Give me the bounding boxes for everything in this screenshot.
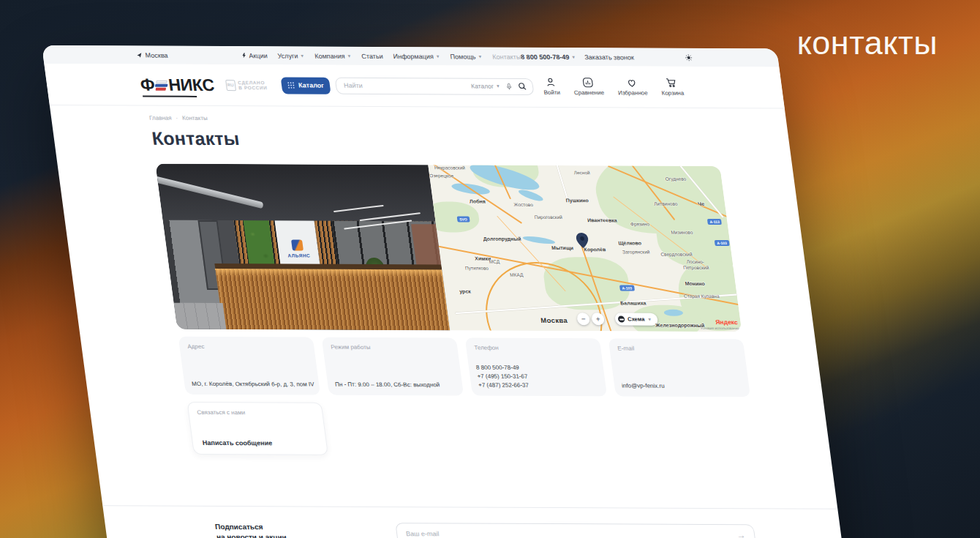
chevron-down-icon: ▼ — [478, 54, 483, 59]
microphone-icon[interactable] — [505, 82, 513, 90]
card-value: 8 800 500-78-49+7 (495) 150-31-67+7 (487… — [475, 364, 605, 391]
map-label: Королёв — [584, 247, 606, 252]
map[interactable]: − + Схема ▼ Яндекс Условия использования… — [428, 165, 742, 332]
map-label: Че — [698, 201, 705, 206]
menu-item-3[interactable]: Компания▼ — [314, 52, 352, 59]
compare-icon — [581, 77, 594, 88]
chevron-down-icon: ▼ — [300, 53, 305, 58]
map-label: Загорянский — [622, 249, 649, 254]
callback-link[interactable]: Заказать звонок — [584, 53, 635, 61]
subscribe-form: → — [395, 523, 756, 538]
menu-item-6[interactable]: Помощь▼ — [450, 53, 483, 60]
cart-icon — [666, 78, 678, 89]
compare-action[interactable]: Сравнение — [572, 77, 605, 96]
chevron-down-icon: ▼ — [496, 84, 501, 89]
map-terms-link[interactable]: Условия использования — [700, 326, 739, 330]
info-cards: АдресМО, г. Королёв, Октябрьский б-р, д.… — [178, 337, 823, 397]
menu-item-4[interactable]: Статьи — [361, 52, 383, 59]
map-label: Литвиново — [654, 201, 678, 206]
map-label: Долгопрудный — [483, 236, 521, 242]
map-label: Щёлково — [618, 240, 642, 245]
chevron-down-icon: ▼ — [647, 317, 652, 321]
search-category-select[interactable]: Каталог▼ — [470, 83, 500, 90]
map-label: Огуднево — [665, 176, 686, 182]
phone-group: 8 800 500-78-49▼ Заказать звонок — [520, 53, 634, 61]
search-input[interactable] — [343, 82, 471, 90]
card-label: Адрес — [187, 343, 306, 351]
media-block: АЛЬЯНС — [155, 164, 742, 332]
subscribe-submit-arrow[interactable]: → — [736, 530, 746, 538]
breadcrumb: Главная · Контакты — [148, 115, 786, 124]
card-value: info@vp-fenix.ru — [621, 381, 748, 391]
city-label: Москва — [145, 51, 168, 59]
catalog-button[interactable]: Каталог — [280, 77, 331, 94]
menu-item-5[interactable]: Информация▼ — [393, 53, 440, 60]
heart-action[interactable]: Избранное — [616, 77, 648, 96]
alliance-logo-text: АЛЬЯНС — [287, 253, 311, 258]
map-label: Ивантеевка — [587, 217, 617, 223]
map-label: Пироговский — [534, 214, 562, 220]
card-label: Телефон — [474, 345, 593, 352]
lightning-icon — [241, 52, 247, 59]
map-label: Свердловский — [660, 252, 693, 257]
menu-item-label: Помощь — [450, 53, 476, 60]
road-badge: А-113 — [707, 219, 722, 225]
menu-item-1[interactable]: Акции — [241, 52, 268, 59]
header-actions: ВойтиСравнениеИзбранноеКорзина — [542, 77, 685, 97]
map-label: Мытищи — [551, 245, 574, 250]
user-action[interactable]: Войти — [542, 77, 561, 96]
info-card: Режим работыПн - Пт: 9.00 – 18.00, Сб-Вс… — [322, 337, 464, 396]
chevron-down-icon: ▼ — [571, 55, 576, 59]
breadcrumb-separator: · — [176, 115, 178, 122]
menu-item-label: Акции — [249, 52, 268, 59]
map-label: Пушкино — [565, 198, 589, 203]
stage: контакты Москва АкцииУслуги▼Компания▼Ста… — [0, 0, 980, 538]
card-value: МО, г. Королёв, Октябрьский б-р, д. 3, п… — [191, 380, 318, 389]
menu-item-label: Контакты — [492, 53, 521, 60]
grid-dots-icon — [287, 81, 295, 89]
yandex-logo[interactable]: Яндекс — [715, 318, 739, 326]
map-label: Москва — [540, 316, 568, 324]
header: Ф НИКС RU СДЕЛАНОВ РОССИИ Катало — [44, 64, 785, 108]
map-label: Старая Купавна — [683, 294, 720, 299]
map-label: Лосино-Петровский — [676, 259, 715, 271]
map-label: Фрязино — [630, 222, 649, 227]
cart-action[interactable]: Корзина — [660, 78, 685, 97]
breadcrumb-home[interactable]: Главная — [148, 115, 172, 122]
theme-toggle[interactable] — [685, 53, 693, 61]
flag-icon — [154, 79, 168, 91]
main-menu: АкцииУслуги▼Компания▼СтатьиИнформация▼По… — [241, 52, 521, 61]
site-page: Москва АкцииУслуги▼Компания▼СтатьиИнформ… — [42, 45, 845, 538]
map-label: Балашиха — [620, 300, 647, 305]
map-label: урск — [459, 288, 471, 294]
search-icon[interactable] — [517, 82, 527, 91]
page-title: Контакты — [151, 128, 791, 152]
logo[interactable]: Ф НИКС — [139, 75, 215, 94]
map-label: Мизиново — [671, 230, 693, 235]
action-label: Корзина — [661, 90, 685, 97]
action-label: Войти — [543, 89, 561, 96]
map-label: Озерецкое — [429, 173, 454, 178]
breadcrumb-current: Контакты — [182, 115, 208, 122]
road-badge: А-103 — [715, 240, 730, 246]
header-phone[interactable]: 8 800 500-78-49▼ — [520, 53, 576, 60]
city-selector[interactable]: Москва — [136, 51, 168, 59]
menu-item-label: Статьи — [361, 52, 383, 59]
subscribe-text: Подписаться на новости и акции — [214, 522, 287, 538]
card-value: Пн - Пт: 9.00 – 18.00, Сб-Вс: выходной — [334, 381, 461, 390]
reception-desk — [216, 268, 451, 330]
write-message-button[interactable]: Написать сообщение — [202, 439, 272, 447]
map-label: МКАД — [510, 272, 524, 277]
map-layers-button[interactable]: Схема ▼ — [614, 313, 658, 325]
menu-item-7[interactable]: Контакты — [492, 53, 521, 60]
user-icon — [544, 77, 557, 88]
footer: Подписаться на новости и акции → — [102, 505, 843, 538]
subscribe-email-input[interactable] — [406, 530, 737, 538]
action-label: Избранное — [618, 89, 649, 96]
map-label: Некрасовский — [434, 165, 465, 170]
menu-item-label: Информация — [393, 53, 434, 60]
made-in-russia-badge: RU СДЕЛАНОВ РОССИИ — [225, 80, 268, 91]
menu-item-2[interactable]: Услуги▼ — [277, 52, 305, 59]
made-in-russia-text: СДЕЛАНОВ РОССИИ — [238, 80, 268, 91]
alliance-logo-icon — [291, 239, 304, 250]
